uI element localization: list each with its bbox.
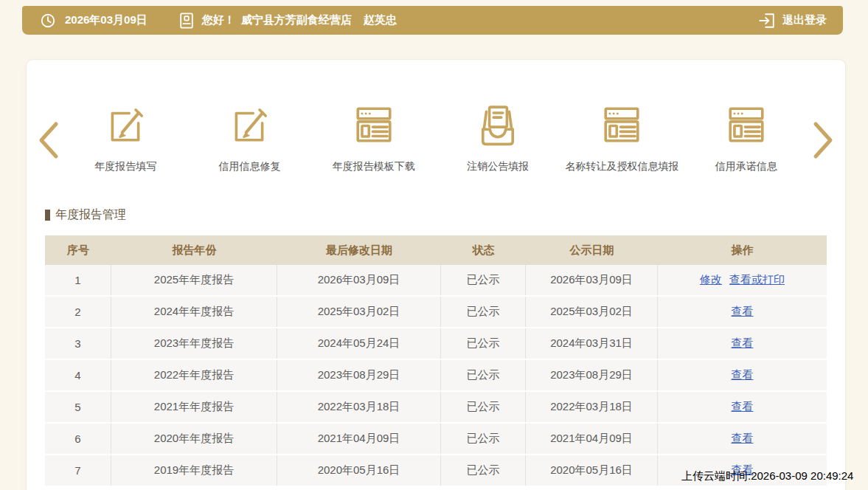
column-header-modified: 最后修改日期 (277, 235, 441, 265)
modified-date: 2022年03月18日 (277, 392, 441, 422)
carousel-item-label: 信用承诺信息 (715, 160, 777, 173)
status: 已公示 (441, 424, 526, 454)
table-header-row: 序号 报告年份 最后修改日期 状态 公示日期 操作 (45, 235, 827, 265)
section-title-text: 年度报告管理 (55, 207, 126, 223)
actions-cell: 修改 查看或打印 (658, 265, 827, 295)
top-bar: 2026年03月09日 您好！ 威宁县方芳副食经营店 赵英忠 退出登录 (22, 6, 843, 35)
chevron-right-icon[interactable] (808, 119, 838, 162)
logout-button[interactable]: 退出登录 (758, 12, 827, 30)
column-header-index: 序号 (45, 235, 111, 265)
table-row: 2 2024年年度报告 2025年03月02日 已公示 2025年03月02日 … (45, 297, 827, 328)
status: 已公示 (441, 360, 526, 390)
row-index: 2 (45, 297, 111, 327)
table-row: 1 2025年年度报告 2026年03月09日 已公示 2026年03月09日 … (45, 265, 827, 297)
greeting-label: 您好！ (202, 13, 235, 27)
row-index: 1 (45, 265, 111, 295)
modified-date: 2023年08月29日 (277, 360, 441, 390)
carousel-item-cancellation-notice[interactable]: 注销公告填报 (436, 103, 560, 173)
logout-icon (758, 12, 776, 30)
inbox-document-icon (476, 103, 519, 147)
carousel-item-name-transfer[interactable]: 名称转让及授权信息填报 (560, 103, 684, 173)
report-year: 2020年年度报告 (111, 424, 277, 454)
carousel-item-label: 信用信息修复 (218, 160, 280, 173)
status: 已公示 (441, 392, 526, 422)
user-name: 赵英忠 (364, 13, 397, 27)
report-year: 2023年年度报告 (111, 328, 277, 359)
upload-timestamp: 上传云端时间:2026-03-09 20:49:24 (681, 469, 853, 483)
report-year: 2022年年度报告 (111, 360, 277, 390)
edit-pencil-icon (104, 103, 147, 147)
published-date: 2026年03月09日 (526, 265, 658, 295)
table-row: 4 2022年年度报告 2023年08月29日 已公示 2023年08月29日 … (45, 360, 827, 392)
view-link[interactable]: 查看 (732, 305, 754, 319)
carousel-item-template-download[interactable]: 年度报告模板下载 (312, 103, 436, 173)
published-date: 2022年03月18日 (526, 392, 658, 422)
carousel-item-annual-report-fill[interactable]: 年度报告填写 (63, 103, 187, 173)
status: 已公示 (441, 297, 526, 327)
report-year: 2019年年度报告 (111, 455, 277, 486)
function-carousel: 年度报告填写 信用信息修复 (34, 103, 838, 173)
view-or-print-link[interactable]: 查看或打印 (729, 273, 785, 287)
status: 已公示 (441, 455, 526, 486)
row-index: 5 (45, 392, 111, 422)
view-link[interactable]: 查看 (732, 432, 754, 446)
row-index: 4 (45, 360, 111, 390)
webpage-icon (725, 103, 768, 147)
published-date: 2021年04月09日 (526, 424, 658, 454)
actions-cell: 查看 (658, 360, 827, 390)
table-row: 6 2020年年度报告 2021年04月09日 已公示 2021年04月09日 … (45, 424, 827, 455)
published-date: 2020年05月16日 (526, 455, 658, 486)
carousel-item-label: 注销公告填报 (467, 160, 529, 173)
carousel-item-label: 年度报告模板下载 (333, 160, 415, 173)
view-link[interactable]: 查看 (732, 368, 754, 382)
row-index: 7 (45, 455, 111, 486)
modified-date: 2026年03月09日 (277, 265, 441, 295)
column-header-year: 报告年份 (111, 235, 277, 265)
published-date: 2024年03月31日 (526, 328, 658, 359)
clock-icon (40, 13, 56, 29)
view-link[interactable]: 查看 (732, 400, 754, 414)
annual-report-table: 序号 报告年份 最后修改日期 状态 公示日期 操作 1 2025年年度报告 20… (45, 235, 827, 487)
column-header-actions: 操作 (658, 235, 827, 265)
actions-cell: 查看 (658, 328, 827, 359)
company-name: 威宁县方芳副食经营店 (241, 13, 352, 27)
logout-label: 退出登录 (782, 13, 827, 27)
webpage-icon (600, 103, 643, 147)
carousel-item-label: 年度报告填写 (94, 160, 156, 173)
carousel-item-credit-commitment[interactable]: 信用承诺信息 (684, 103, 808, 173)
row-index: 3 (45, 328, 111, 359)
actions-cell: 查看 (658, 392, 827, 422)
chevron-left-icon[interactable] (34, 119, 63, 162)
status: 已公示 (441, 265, 526, 295)
carousel-item-label: 名称转让及授权信息填报 (565, 160, 678, 173)
edit-pencil-icon (228, 103, 271, 147)
modified-date: 2024年05月24日 (277, 328, 441, 359)
column-header-published: 公示日期 (526, 235, 658, 265)
main-card: 年度报告填写 信用信息修复 (26, 59, 846, 490)
webpage-icon (353, 103, 395, 147)
view-link[interactable]: 查看 (732, 337, 754, 351)
published-date: 2025年03月02日 (526, 297, 658, 327)
actions-cell: 查看 (658, 297, 827, 327)
section-title: 年度报告管理 (45, 207, 126, 223)
table-row: 3 2023年年度报告 2024年05月24日 已公示 2024年03月31日 … (45, 328, 827, 360)
modify-link[interactable]: 修改 (700, 273, 722, 287)
current-date: 2026年03月09日 (65, 13, 147, 27)
modified-date: 2021年04月09日 (277, 424, 441, 454)
column-header-status: 状态 (441, 235, 526, 265)
report-year: 2025年年度报告 (111, 265, 277, 295)
published-date: 2023年08月29日 (526, 360, 658, 390)
table-row: 5 2021年年度报告 2022年03月18日 已公示 2022年03月18日 … (45, 392, 827, 424)
modified-date: 2025年03月02日 (277, 297, 441, 327)
report-year: 2021年年度报告 (111, 392, 277, 422)
carousel-item-credit-repair[interactable]: 信用信息修复 (187, 103, 311, 173)
section-bullet-icon (45, 210, 50, 221)
row-index: 6 (45, 424, 111, 454)
modified-date: 2020年05月16日 (277, 455, 441, 486)
report-year: 2024年年度报告 (111, 297, 277, 327)
status: 已公示 (441, 328, 526, 359)
id-badge-icon (178, 12, 195, 30)
actions-cell: 查看 (658, 424, 827, 454)
